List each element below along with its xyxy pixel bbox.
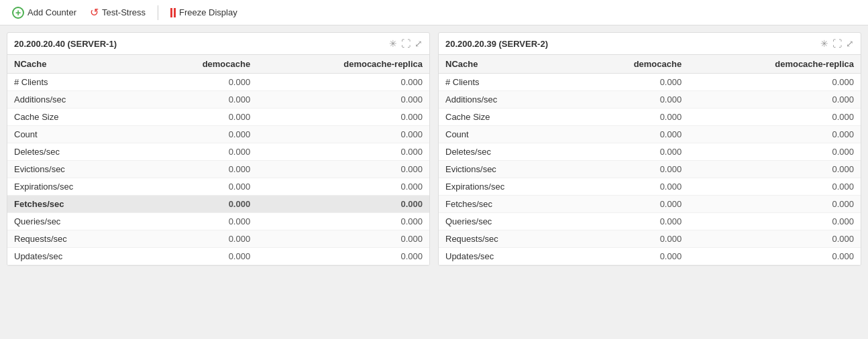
- table-row: # Clients0.0000.000: [439, 74, 861, 91]
- server2-table: NCache democache democache-replica # Cli…: [439, 55, 861, 265]
- col2-cell: 0.000: [257, 143, 429, 161]
- toolbar: + Add Counter ↺ Test-Stress Freeze Displ…: [0, 0, 868, 25]
- metric-cell: Updates/sec: [439, 248, 574, 265]
- col2-cell: 0.000: [688, 74, 861, 91]
- col1-cell: 0.000: [143, 126, 258, 143]
- metric-cell: Fetches/sec: [7, 196, 143, 213]
- server1-col1: democache: [143, 55, 258, 74]
- col1-cell: 0.000: [574, 161, 689, 178]
- server1-panel: 20.200.20.40 (SERVER-1) ✳ ⛶ ⤢ NCache dem…: [7, 32, 430, 266]
- table-row: Count0.0000.000: [7, 126, 429, 143]
- table-row: Requests/sec0.0000.000: [439, 230, 861, 248]
- metric-cell: Expirations/sec: [439, 178, 574, 196]
- col2-cell: 0.000: [688, 196, 861, 213]
- col1-cell: 0.000: [574, 126, 689, 143]
- server1-icons: ✳ ⛶ ⤢: [389, 38, 423, 49]
- table-row: Updates/sec0.0000.000: [7, 248, 429, 265]
- table-row: Expirations/sec0.0000.000: [7, 178, 429, 196]
- asterisk-icon[interactable]: ✳: [389, 38, 397, 49]
- test-stress-button[interactable]: ↺ Test-Stress: [85, 4, 151, 21]
- toolbar-divider: [158, 5, 158, 20]
- table-row: Count0.0000.000: [439, 126, 861, 143]
- col1-cell: 0.000: [143, 109, 258, 126]
- table-row: Expirations/sec0.0000.000: [439, 178, 861, 196]
- metric-cell: Count: [439, 126, 574, 143]
- col2-cell: 0.000: [257, 109, 429, 126]
- server2-col1: democache: [574, 55, 689, 74]
- fullscreen-icon[interactable]: ⤢: [415, 38, 423, 49]
- stress-icon: ↺: [90, 6, 99, 19]
- col2-cell: 0.000: [688, 213, 861, 230]
- col1-cell: 0.000: [143, 74, 258, 91]
- col1-cell: 0.000: [143, 178, 258, 196]
- col2-cell: 0.000: [688, 230, 861, 248]
- metric-cell: Fetches/sec: [439, 196, 574, 213]
- table-row: Additions/sec0.0000.000: [439, 91, 861, 109]
- col2-cell: 0.000: [688, 248, 861, 265]
- table-row: Fetches/sec0.0000.000: [7, 196, 429, 213]
- test-stress-label: Test-Stress: [102, 7, 146, 17]
- col1-cell: 0.000: [143, 213, 258, 230]
- metric-cell: Deletes/sec: [7, 143, 143, 161]
- server1-header: 20.200.20.40 (SERVER-1) ✳ ⛶ ⤢: [7, 33, 429, 55]
- table-row: Queries/sec0.0000.000: [439, 213, 861, 230]
- metric-cell: Evictions/sec: [7, 161, 143, 178]
- col1-cell: 0.000: [574, 213, 689, 230]
- col2-cell: 0.000: [688, 91, 861, 109]
- add-counter-label: Add Counter: [28, 7, 76, 17]
- col1-cell: 0.000: [143, 161, 258, 178]
- metric-cell: Cache Size: [439, 109, 574, 126]
- col1-cell: 0.000: [143, 248, 258, 265]
- metric-cell: Updates/sec: [7, 248, 143, 265]
- col2-cell: 0.000: [257, 230, 429, 248]
- table-row: Cache Size0.0000.000: [7, 109, 429, 126]
- col1-cell: 0.000: [574, 230, 689, 248]
- asterisk-icon2[interactable]: ✳: [820, 38, 828, 49]
- table-row: Evictions/sec0.0000.000: [439, 161, 861, 178]
- col2-cell: 0.000: [257, 161, 429, 178]
- table-row: # Clients0.0000.000: [7, 74, 429, 91]
- table-row: Queries/sec0.0000.000: [7, 213, 429, 230]
- table-row: Cache Size0.0000.000: [439, 109, 861, 126]
- col2-cell: 0.000: [688, 126, 861, 143]
- col1-cell: 0.000: [574, 178, 689, 196]
- col2-cell: 0.000: [257, 74, 429, 91]
- col1-cell: 0.000: [574, 91, 689, 109]
- table-row: Evictions/sec0.0000.000: [7, 161, 429, 178]
- expand-icon2[interactable]: ⛶: [832, 38, 842, 49]
- col1-cell: 0.000: [574, 74, 689, 91]
- expand-icon[interactable]: ⛶: [401, 38, 411, 49]
- server2-header-row: NCache democache democache-replica: [439, 55, 861, 74]
- metric-cell: Expirations/sec: [7, 178, 143, 196]
- col2-cell: 0.000: [257, 213, 429, 230]
- col1-cell: 0.000: [143, 230, 258, 248]
- col1-cell: 0.000: [574, 143, 689, 161]
- add-counter-button[interactable]: + Add Counter: [7, 5, 82, 21]
- server2-col-metric: NCache: [439, 55, 574, 74]
- freeze-display-button[interactable]: Freeze Display: [165, 5, 243, 19]
- add-icon: +: [12, 7, 24, 19]
- metric-cell: Additions/sec: [7, 91, 143, 109]
- table-row: Updates/sec0.0000.000: [439, 248, 861, 265]
- col1-cell: 0.000: [143, 196, 258, 213]
- col2-cell: 0.000: [688, 109, 861, 126]
- fullscreen-icon2[interactable]: ⤢: [846, 38, 854, 49]
- table-row: Fetches/sec0.0000.000: [439, 196, 861, 213]
- metric-cell: # Clients: [439, 74, 574, 91]
- table-row: Deletes/sec0.0000.000: [439, 143, 861, 161]
- col2-cell: 0.000: [257, 196, 429, 213]
- server2-header: 20.200.20.39 (SERVER-2) ✳ ⛶ ⤢: [439, 33, 861, 55]
- metric-cell: Queries/sec: [7, 213, 143, 230]
- col1-cell: 0.000: [574, 109, 689, 126]
- freeze-icon: [170, 8, 176, 17]
- server1-title: 20.200.20.40 (SERVER-1): [14, 39, 117, 49]
- metric-cell: Count: [7, 126, 143, 143]
- col1-cell: 0.000: [574, 196, 689, 213]
- server2-panel: 20.200.20.39 (SERVER-2) ✳ ⛶ ⤢ NCache dem…: [438, 32, 861, 266]
- server1-col2: democache-replica: [257, 55, 429, 74]
- metric-cell: Deletes/sec: [439, 143, 574, 161]
- table-row: Additions/sec0.0000.000: [7, 91, 429, 109]
- metric-cell: Requests/sec: [439, 230, 574, 248]
- col2-cell: 0.000: [257, 178, 429, 196]
- col2-cell: 0.000: [688, 161, 861, 178]
